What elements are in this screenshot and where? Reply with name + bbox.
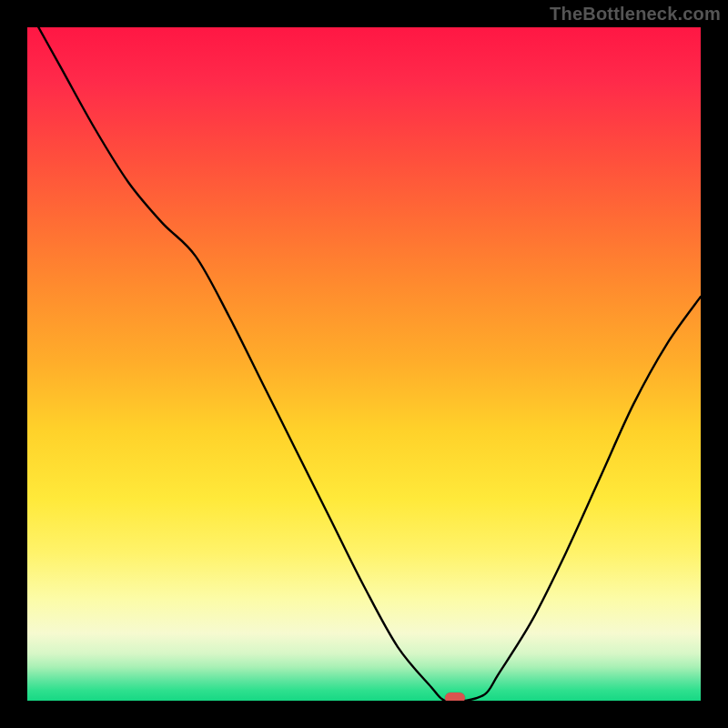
plot-area	[27, 27, 701, 701]
chart-frame: TheBottleneck.com	[0, 0, 728, 728]
optimum-marker	[445, 693, 465, 701]
bottleneck-curve	[27, 27, 701, 701]
watermark-text: TheBottleneck.com	[550, 4, 721, 25]
